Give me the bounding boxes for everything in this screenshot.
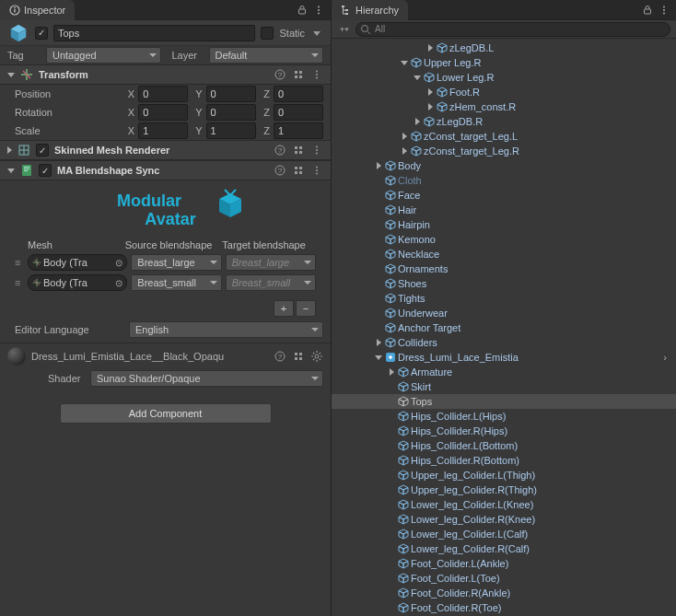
foldout-icon[interactable] <box>374 162 383 169</box>
tree-item[interactable]: Hair <box>332 203 676 217</box>
bs-add-button[interactable]: + <box>274 300 294 317</box>
pos-y-field[interactable]: 0 <box>206 86 256 102</box>
create-dropdown-icon[interactable]: + <box>337 23 350 36</box>
help-icon[interactable]: ? <box>274 144 286 157</box>
foldout-icon[interactable] <box>425 88 435 96</box>
add-component-button[interactable]: Add Component <box>60 403 272 424</box>
pos-x-field[interactable]: 0 <box>138 86 188 102</box>
open-prefab-icon[interactable]: › <box>663 352 672 363</box>
tree-item[interactable]: Upper Leg.R <box>332 55 676 70</box>
scl-x-field[interactable]: 1 <box>138 122 188 139</box>
active-toggle[interactable] <box>35 27 48 40</box>
tree-item[interactable]: Upper_leg_Colider.R(Thigh) <box>332 482 676 497</box>
hierarchy-tab[interactable]: Hierarchy <box>332 0 408 20</box>
smr-foldout[interactable] <box>7 146 12 154</box>
hierarchy-search-input[interactable]: All <box>355 22 670 37</box>
help-icon[interactable]: ? <box>274 350 286 363</box>
smr-enable-toggle[interactable] <box>36 144 49 157</box>
tree-item[interactable]: Hips_Collider.L(Hips) <box>332 409 676 424</box>
gameobject-name-field[interactable]: Tops <box>53 25 255 41</box>
bs-source-dropdown[interactable]: Breast_small <box>131 274 221 291</box>
editor-lang-dropdown[interactable]: English <box>129 321 323 338</box>
gameobject-icon[interactable] <box>7 22 29 44</box>
foldout-icon[interactable] <box>400 61 409 65</box>
tree-item[interactable]: Anchor Target <box>332 320 676 335</box>
component-menu-icon[interactable] <box>310 164 323 177</box>
static-dropdown-icon[interactable] <box>310 27 323 40</box>
scl-y-field[interactable]: 1 <box>206 122 256 139</box>
tree-item[interactable]: Body <box>332 158 676 173</box>
bs-source-dropdown[interactable]: Breast_large <box>131 254 221 271</box>
material-preview-icon[interactable] <box>7 347 26 366</box>
tree-item[interactable]: Foot_Colider.R(Ankle) <box>332 586 676 600</box>
object-picker-icon[interactable]: ⊙ <box>115 278 122 288</box>
static-toggle[interactable] <box>261 27 274 40</box>
bs-mesh-field[interactable]: Body (Tra⊙ <box>28 254 127 271</box>
tree-item[interactable]: Lower Leg.R <box>332 70 676 85</box>
tree-item[interactable]: Cloth <box>332 173 676 188</box>
help-icon[interactable]: ? <box>274 164 286 177</box>
bs-remove-button[interactable]: − <box>296 300 316 317</box>
tree-item[interactable]: Hips_Collider.L(Bottom) <box>332 438 676 453</box>
tree-item[interactable]: Armature <box>332 365 676 379</box>
foldout-icon[interactable] <box>425 44 435 52</box>
tree-item[interactable]: Lower_leg_Colider.R(Knee) <box>332 512 676 527</box>
transform-foldout[interactable] <box>7 73 15 77</box>
foldout-icon[interactable] <box>400 147 409 155</box>
foldout-icon[interactable] <box>400 133 409 140</box>
tree-item[interactable]: zConst_target_Leg.L <box>332 129 676 144</box>
lock-icon[interactable] <box>641 4 654 17</box>
tree-item[interactable]: Face <box>332 188 676 203</box>
preset-icon[interactable] <box>292 164 305 177</box>
foldout-icon[interactable] <box>425 103 435 110</box>
tree-item[interactable]: zLegDB.L <box>332 41 676 55</box>
tree-item[interactable]: Shoes <box>332 276 676 291</box>
tree-item[interactable]: Hips_Collider.R(Hips) <box>332 424 676 438</box>
tree-item[interactable]: Foot_Colider.R(Toe) <box>332 600 676 615</box>
tag-dropdown[interactable]: Untagged <box>46 47 161 64</box>
tree-item[interactable]: Upper_leg_Colider.L(Thigh) <box>332 468 676 482</box>
tree-item[interactable]: Hairpin <box>332 217 676 232</box>
tab-menu-icon[interactable] <box>312 4 325 17</box>
foldout-icon[interactable] <box>374 355 383 360</box>
bs-mesh-field[interactable]: Body (Tra⊙ <box>28 274 127 291</box>
tree-item[interactable]: Foot_Colider.L(Ankle) <box>332 556 676 571</box>
tree-item[interactable]: zConst_target_Leg.R <box>332 144 676 158</box>
bs-foldout[interactable] <box>7 169 15 173</box>
scl-z-field[interactable]: 1 <box>274 122 323 139</box>
tree-item[interactable]: Colliders <box>332 335 676 350</box>
object-picker-icon[interactable]: ⊙ <box>115 258 122 268</box>
tree-item[interactable]: Lower_leg_Colider.R(Calf) <box>332 541 676 556</box>
tree-item[interactable]: Lower_leg_Colider.L(Knee) <box>332 497 676 512</box>
tree-item[interactable]: Hips_Collider.R(Bottom) <box>332 453 676 468</box>
preset-icon[interactable] <box>292 350 305 363</box>
rot-x-field[interactable]: 0 <box>138 104 188 121</box>
drag-handle-icon[interactable]: ≡ <box>15 277 24 288</box>
tab-menu-icon[interactable] <box>658 4 670 17</box>
foldout-icon[interactable] <box>413 118 422 125</box>
foldout-icon[interactable] <box>387 368 396 376</box>
tree-item[interactable]: Underwear <box>332 306 676 320</box>
bs-target-dropdown[interactable]: Breast_large <box>226 254 316 271</box>
tree-item[interactable]: zHem_const.R <box>332 99 676 114</box>
lock-icon[interactable] <box>296 4 309 17</box>
tree-item[interactable]: Kemono <box>332 232 676 247</box>
tree-item[interactable]: Necklace <box>332 247 676 262</box>
layer-dropdown[interactable]: Default <box>209 47 324 64</box>
tree-item[interactable]: Tights <box>332 291 676 306</box>
rot-z-field[interactable]: 0 <box>274 104 323 121</box>
bs-enable-toggle[interactable] <box>39 164 52 177</box>
preset-icon[interactable] <box>292 144 305 157</box>
tree-item[interactable]: Foot_Colider.L(Toe) <box>332 571 676 586</box>
tree-item[interactable]: Dress_Lumi_Lace_Emistia› <box>332 350 676 365</box>
tree-item[interactable]: Foot.R <box>332 85 676 99</box>
tree-item[interactable]: Tops <box>332 394 676 409</box>
foldout-icon[interactable] <box>413 76 422 80</box>
component-menu-icon[interactable] <box>310 144 323 157</box>
foldout-icon[interactable] <box>374 339 383 346</box>
preset-icon[interactable] <box>292 68 305 81</box>
drag-handle-icon[interactable]: ≡ <box>15 257 24 268</box>
tree-item[interactable]: Ornaments <box>332 262 676 276</box>
inspector-tab[interactable]: Inspector <box>0 0 75 20</box>
tree-item[interactable]: Lower_leg_Colider.L(Calf) <box>332 527 676 541</box>
